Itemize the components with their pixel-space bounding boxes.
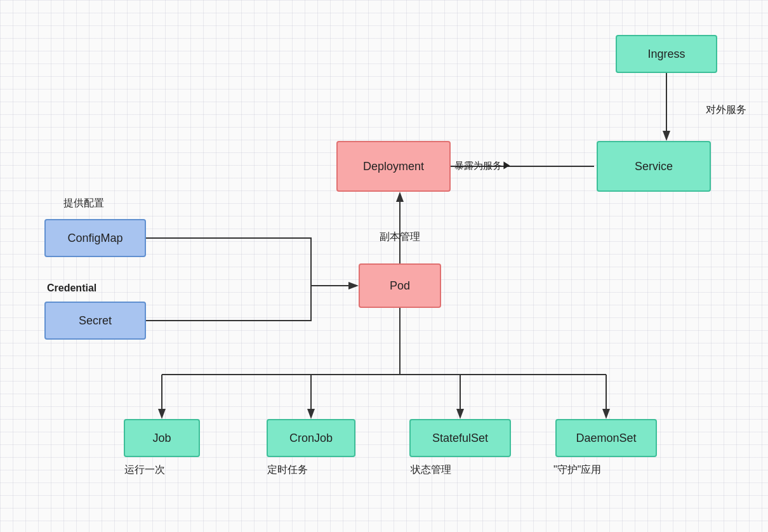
statefulset-label: StatefulSet (432, 432, 488, 445)
dingshi-renwu-label: 定时任务 (267, 463, 308, 477)
pod-label: Pod (390, 279, 410, 293)
deployment-node: Deployment (336, 141, 451, 192)
job-node: Job (124, 419, 200, 457)
cronjob-node: CronJob (267, 419, 355, 457)
zhuangtai-guanli-label: 状态管理 (411, 463, 451, 477)
cronjob-label: CronJob (289, 432, 333, 445)
pod-node: Pod (359, 263, 441, 308)
ingress-node: Ingress (616, 35, 717, 73)
fuben-guanli-label: 副本管理 (380, 230, 420, 244)
service-node: Service (597, 141, 711, 192)
secret-node: Secret (44, 302, 146, 340)
service-label: Service (635, 160, 673, 173)
shouhu-yingyong-label: "守护"应用 (553, 463, 601, 477)
yunxing-yici-label: 运行一次 (124, 463, 165, 477)
job-label: Job (152, 432, 171, 445)
deployment-label: Deployment (363, 160, 424, 173)
daemonset-label: DaemonSet (576, 432, 636, 445)
configmap-node: ConfigMap (44, 219, 146, 257)
tigong-peizhi-label: 提供配置 (63, 197, 104, 210)
daemonset-node: DaemonSet (555, 419, 657, 457)
duiwai-fuwu-label: 对外服务 (706, 103, 746, 117)
ingress-label: Ingress (647, 48, 685, 61)
secret-label: Secret (79, 314, 112, 328)
baolouwei-fuwu-label: 暴露为服务▶ (454, 160, 512, 172)
configmap-label: ConfigMap (67, 232, 122, 245)
statefulset-node: StatefulSet (409, 419, 511, 457)
diagram-canvas: Ingress Service Deployment Pod ConfigMap… (0, 0, 768, 532)
credential-label: Credential (47, 283, 96, 294)
